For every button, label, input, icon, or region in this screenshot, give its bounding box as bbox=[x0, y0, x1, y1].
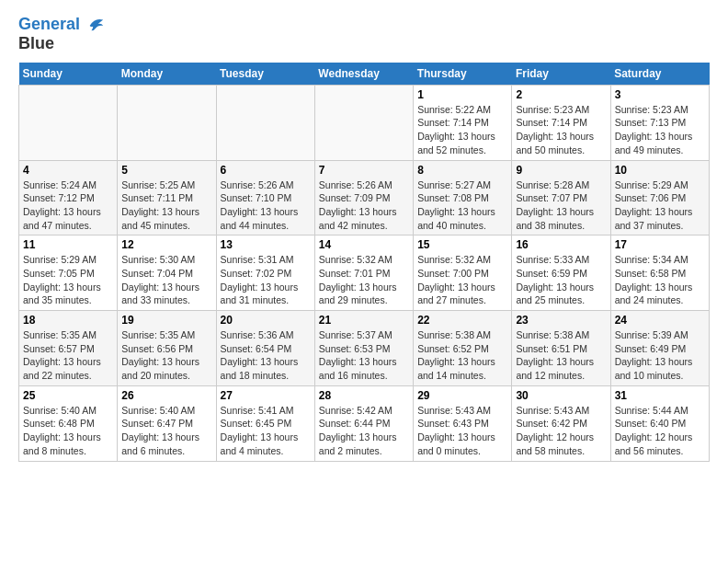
calendar-cell bbox=[216, 85, 314, 160]
day-number: 1 bbox=[417, 88, 507, 101]
calendar-cell: 9Sunrise: 5:28 AM Sunset: 7:07 PM Daylig… bbox=[512, 160, 610, 236]
calendar-cell: 20Sunrise: 5:36 AM Sunset: 6:54 PM Dayli… bbox=[216, 311, 314, 386]
day-info: Sunrise: 5:23 AM Sunset: 7:13 PM Dayligh… bbox=[615, 103, 705, 157]
day-number: 13 bbox=[221, 238, 311, 251]
day-info: Sunrise: 5:37 AM Sunset: 6:53 PM Dayligh… bbox=[319, 328, 409, 383]
calendar-cell: 31Sunrise: 5:44 AM Sunset: 6:40 PM Dayli… bbox=[610, 385, 709, 461]
day-info: Sunrise: 5:26 AM Sunset: 7:09 PM Dayligh… bbox=[319, 178, 409, 233]
weekday-header: Friday bbox=[512, 63, 610, 86]
calendar-cell: 3Sunrise: 5:23 AM Sunset: 7:13 PM Daylig… bbox=[610, 85, 709, 160]
day-number: 12 bbox=[121, 238, 211, 251]
day-info: Sunrise: 5:23 AM Sunset: 7:14 PM Dayligh… bbox=[516, 103, 606, 157]
day-number: 18 bbox=[23, 314, 113, 327]
weekday-header: Saturday bbox=[610, 63, 709, 86]
logo-general: General bbox=[18, 15, 80, 33]
calendar-cell: 29Sunrise: 5:43 AM Sunset: 6:43 PM Dayli… bbox=[414, 385, 512, 461]
day-info: Sunrise: 5:31 AM Sunset: 7:02 PM Dayligh… bbox=[221, 253, 311, 307]
day-info: Sunrise: 5:24 AM Sunset: 7:12 PM Dayligh… bbox=[23, 178, 113, 233]
day-number: 19 bbox=[121, 314, 211, 327]
day-number: 27 bbox=[221, 389, 311, 402]
weekday-header: Wednesday bbox=[314, 63, 413, 86]
day-info: Sunrise: 5:28 AM Sunset: 7:07 PM Dayligh… bbox=[516, 178, 606, 233]
day-info: Sunrise: 5:22 AM Sunset: 7:14 PM Dayligh… bbox=[417, 103, 507, 157]
day-info: Sunrise: 5:29 AM Sunset: 7:05 PM Dayligh… bbox=[23, 253, 113, 307]
calendar-cell: 17Sunrise: 5:34 AM Sunset: 6:58 PM Dayli… bbox=[610, 236, 709, 311]
day-number: 9 bbox=[516, 164, 606, 177]
weekday-header: Monday bbox=[118, 63, 216, 86]
day-info: Sunrise: 5:27 AM Sunset: 7:08 PM Dayligh… bbox=[417, 178, 507, 233]
calendar-cell: 12Sunrise: 5:30 AM Sunset: 7:04 PM Dayli… bbox=[118, 236, 216, 311]
day-number: 8 bbox=[417, 164, 507, 177]
day-number: 7 bbox=[319, 164, 409, 177]
day-number: 11 bbox=[23, 238, 113, 251]
day-number: 2 bbox=[516, 88, 606, 101]
day-info: Sunrise: 5:32 AM Sunset: 7:00 PM Dayligh… bbox=[417, 253, 507, 307]
day-info: Sunrise: 5:30 AM Sunset: 7:04 PM Dayligh… bbox=[121, 253, 211, 307]
day-info: Sunrise: 5:34 AM Sunset: 6:58 PM Dayligh… bbox=[615, 253, 705, 307]
day-info: Sunrise: 5:43 AM Sunset: 6:43 PM Dayligh… bbox=[417, 404, 507, 458]
weekday-header: Tuesday bbox=[216, 63, 314, 86]
calendar-cell bbox=[314, 85, 413, 160]
logo-text: General Blue bbox=[18, 15, 107, 53]
calendar-cell: 6Sunrise: 5:26 AM Sunset: 7:10 PM Daylig… bbox=[216, 160, 314, 236]
day-info: Sunrise: 5:25 AM Sunset: 7:11 PM Dayligh… bbox=[121, 178, 211, 233]
day-number: 15 bbox=[417, 238, 507, 251]
day-info: Sunrise: 5:43 AM Sunset: 6:42 PM Dayligh… bbox=[516, 404, 606, 458]
day-number: 6 bbox=[221, 164, 311, 177]
calendar-cell: 24Sunrise: 5:39 AM Sunset: 6:49 PM Dayli… bbox=[610, 311, 709, 386]
day-number: 25 bbox=[23, 389, 113, 402]
calendar-cell: 14Sunrise: 5:32 AM Sunset: 7:01 PM Dayli… bbox=[314, 236, 413, 311]
day-info: Sunrise: 5:44 AM Sunset: 6:40 PM Dayligh… bbox=[615, 404, 705, 458]
day-info: Sunrise: 5:33 AM Sunset: 6:59 PM Dayligh… bbox=[516, 253, 606, 307]
day-info: Sunrise: 5:29 AM Sunset: 7:06 PM Dayligh… bbox=[615, 178, 705, 233]
day-info: Sunrise: 5:26 AM Sunset: 7:10 PM Dayligh… bbox=[221, 178, 311, 233]
day-number: 21 bbox=[319, 314, 409, 327]
logo: General Blue bbox=[18, 15, 107, 53]
calendar-cell: 23Sunrise: 5:38 AM Sunset: 6:51 PM Dayli… bbox=[512, 311, 610, 386]
day-number: 10 bbox=[615, 164, 705, 177]
logo-blue: Blue bbox=[18, 34, 54, 52]
calendar-cell: 18Sunrise: 5:35 AM Sunset: 6:57 PM Dayli… bbox=[19, 311, 118, 386]
calendar-week-row: 11Sunrise: 5:29 AM Sunset: 7:05 PM Dayli… bbox=[19, 236, 710, 311]
day-info: Sunrise: 5:39 AM Sunset: 6:49 PM Dayligh… bbox=[615, 328, 705, 383]
calendar-cell bbox=[19, 85, 118, 160]
day-info: Sunrise: 5:40 AM Sunset: 6:47 PM Dayligh… bbox=[121, 404, 211, 458]
day-number: 30 bbox=[516, 389, 606, 402]
calendar-cell: 1Sunrise: 5:22 AM Sunset: 7:14 PM Daylig… bbox=[414, 85, 512, 160]
calendar-week-row: 18Sunrise: 5:35 AM Sunset: 6:57 PM Dayli… bbox=[19, 311, 710, 386]
calendar-cell: 7Sunrise: 5:26 AM Sunset: 7:09 PM Daylig… bbox=[314, 160, 413, 236]
day-info: Sunrise: 5:41 AM Sunset: 6:45 PM Dayligh… bbox=[221, 404, 311, 458]
calendar-cell: 21Sunrise: 5:37 AM Sunset: 6:53 PM Dayli… bbox=[314, 311, 413, 386]
day-info: Sunrise: 5:35 AM Sunset: 6:56 PM Dayligh… bbox=[121, 328, 211, 383]
weekday-header: Thursday bbox=[414, 63, 512, 86]
calendar-cell: 27Sunrise: 5:41 AM Sunset: 6:45 PM Dayli… bbox=[216, 385, 314, 461]
day-number: 22 bbox=[417, 314, 507, 327]
day-info: Sunrise: 5:36 AM Sunset: 6:54 PM Dayligh… bbox=[221, 328, 311, 383]
day-info: Sunrise: 5:42 AM Sunset: 6:44 PM Dayligh… bbox=[319, 404, 409, 458]
calendar-cell: 28Sunrise: 5:42 AM Sunset: 6:44 PM Dayli… bbox=[314, 385, 413, 461]
calendar-cell: 2Sunrise: 5:23 AM Sunset: 7:14 PM Daylig… bbox=[512, 85, 610, 160]
calendar-week-row: 25Sunrise: 5:40 AM Sunset: 6:48 PM Dayli… bbox=[19, 385, 710, 461]
day-number: 20 bbox=[221, 314, 311, 327]
day-info: Sunrise: 5:38 AM Sunset: 6:51 PM Dayligh… bbox=[516, 328, 606, 383]
calendar-cell: 30Sunrise: 5:43 AM Sunset: 6:42 PM Dayli… bbox=[512, 385, 610, 461]
day-number: 4 bbox=[23, 164, 113, 177]
day-number: 3 bbox=[615, 88, 705, 101]
weekday-header: Sunday bbox=[19, 63, 118, 86]
calendar-cell: 22Sunrise: 5:38 AM Sunset: 6:52 PM Dayli… bbox=[414, 311, 512, 386]
day-number: 5 bbox=[121, 164, 211, 177]
day-number: 14 bbox=[319, 238, 409, 251]
day-number: 24 bbox=[615, 314, 705, 327]
calendar-week-row: 4Sunrise: 5:24 AM Sunset: 7:12 PM Daylig… bbox=[19, 160, 710, 236]
calendar-cell: 11Sunrise: 5:29 AM Sunset: 7:05 PM Dayli… bbox=[19, 236, 118, 311]
day-number: 29 bbox=[417, 389, 507, 402]
calendar-cell: 15Sunrise: 5:32 AM Sunset: 7:00 PM Dayli… bbox=[414, 236, 512, 311]
day-number: 23 bbox=[516, 314, 606, 327]
calendar-cell: 10Sunrise: 5:29 AM Sunset: 7:06 PM Dayli… bbox=[610, 160, 709, 236]
day-number: 17 bbox=[615, 238, 705, 251]
day-number: 28 bbox=[319, 389, 409, 402]
calendar-cell: 8Sunrise: 5:27 AM Sunset: 7:08 PM Daylig… bbox=[414, 160, 512, 236]
day-info: Sunrise: 5:40 AM Sunset: 6:48 PM Dayligh… bbox=[23, 404, 113, 458]
day-info: Sunrise: 5:35 AM Sunset: 6:57 PM Dayligh… bbox=[23, 328, 113, 383]
day-info: Sunrise: 5:38 AM Sunset: 6:52 PM Dayligh… bbox=[417, 328, 507, 383]
